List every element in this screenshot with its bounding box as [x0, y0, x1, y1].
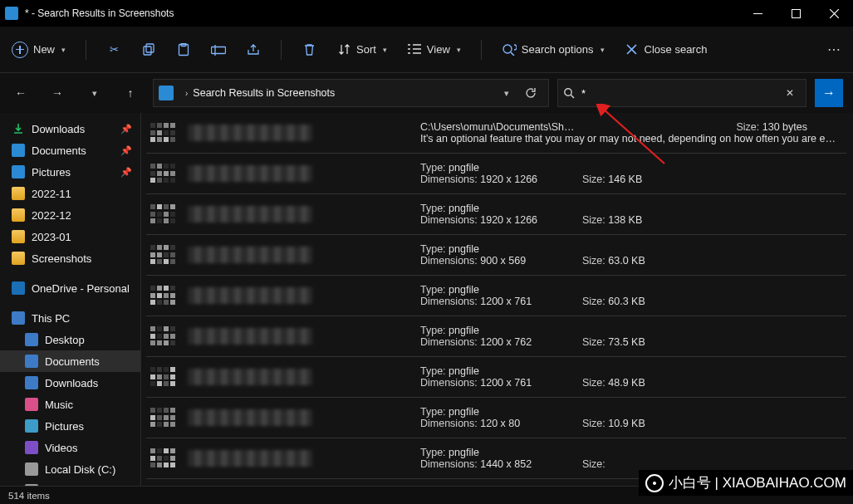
svg-rect-3	[146, 44, 154, 52]
type-label: Type:	[420, 162, 449, 174]
nav-item[interactable]: Documents	[0, 350, 140, 372]
search-go-button[interactable]: →	[815, 79, 843, 107]
up-button[interactable]: ↑	[116, 79, 145, 107]
nav-item[interactable]: 2022-11	[0, 183, 140, 204]
file-thumbnail	[150, 325, 179, 347]
nav-label: 2023-01	[32, 231, 71, 243]
recent-button[interactable]: ▾	[80, 79, 108, 107]
file-size: 63.0 KB	[608, 255, 645, 267]
file-type: pngfile	[449, 203, 479, 214]
delete-button[interactable]	[301, 42, 316, 57]
result-item[interactable]: Type: pngfile Dimensions: 1200 x 761Size…	[146, 357, 846, 398]
file-thumbnail	[150, 448, 179, 469]
nav-icon	[25, 484, 38, 486]
size-label: Size:	[582, 214, 608, 226]
file-name-blurred	[188, 206, 312, 223]
clear-search-button[interactable]: ✕	[779, 82, 801, 104]
close-search-button[interactable]: Close search	[625, 42, 708, 57]
file-dims: 900 x 569	[480, 255, 526, 267]
search-options-label: Search options	[522, 43, 594, 56]
search-icon	[563, 87, 575, 99]
nav-onedrive[interactable]: OneDrive - Personal	[0, 277, 140, 299]
nav-item[interactable]: Local Disk (C:)	[0, 458, 140, 480]
new-button[interactable]: New▾	[12, 42, 66, 58]
file-name-blurred	[188, 287, 312, 304]
cut-button[interactable]: ✂	[106, 42, 121, 57]
result-item[interactable]: Type: pngfile Dimensions: 1200 x 762Size…	[146, 316, 846, 357]
file-path: C:\Users\omuru\Documents\Sh…	[420, 121, 574, 133]
view-button[interactable]: View▾	[407, 42, 461, 57]
result-item[interactable]: Type: pngfile Dimensions: 120 x 80Size: …	[146, 398, 846, 438]
file-name-blurred	[188, 328, 312, 345]
svg-line-11	[571, 95, 574, 98]
search-box[interactable]: ✕	[557, 79, 806, 107]
search-options-button[interactable]: Search options▾	[502, 42, 605, 57]
nav-item[interactable]: Screenshots	[0, 247, 140, 269]
result-item[interactable]: Type: pngfile Dimensions: 1920 x 1266Siz…	[146, 154, 846, 194]
nav-item[interactable]: Music	[0, 394, 140, 415]
file-size: 146 KB	[608, 174, 642, 185]
copy-button[interactable]	[141, 42, 156, 57]
more-button[interactable]: ⋯	[827, 42, 841, 57]
rename-button[interactable]	[211, 42, 226, 57]
nav-item[interactable]: Downloads	[0, 372, 140, 394]
sort-button[interactable]: Sort▾	[336, 42, 387, 57]
file-dims: 120 x 80	[480, 418, 520, 429]
close-x-icon	[625, 42, 640, 57]
type-label: Type:	[420, 243, 449, 255]
nav-icon	[12, 230, 25, 243]
nav-item[interactable]: 2022-12	[0, 204, 140, 226]
close-button[interactable]	[815, 0, 853, 27]
nav-item[interactable]: Desktop	[0, 329, 140, 350]
nav-icon	[12, 165, 25, 179]
file-size: 73.5 KB	[608, 336, 645, 348]
minimize-button[interactable]	[738, 0, 777, 27]
file-name-blurred	[188, 369, 312, 385]
file-name-blurred	[188, 409, 312, 426]
refresh-button[interactable]	[518, 81, 543, 105]
nav-icon	[25, 376, 38, 389]
file-name-blurred	[188, 247, 312, 263]
type-label: Type:	[420, 406, 449, 418]
clipboard-icon	[176, 42, 191, 57]
result-item[interactable]: C:\Users\omuru\Documents\Sh…Size: 130 by…	[146, 113, 846, 154]
file-size: 48.9 KB	[608, 377, 645, 389]
nav-item[interactable]: Downloads📌	[0, 118, 140, 139]
nav-item[interactable]: 2023-01	[0, 226, 140, 247]
result-item[interactable]: Type: pngfile Dimensions: 1200 x 761Size…	[146, 276, 846, 316]
nav-item[interactable]: Videos	[0, 437, 140, 458]
file-name-blurred	[188, 125, 312, 141]
rename-icon	[211, 42, 226, 57]
separator	[281, 40, 282, 60]
address-row: ← → ▾ ↑ › Search Results in Screenshots …	[0, 73, 853, 113]
search-input[interactable]	[581, 87, 779, 100]
nav-item[interactable]: Pictures	[0, 415, 140, 437]
search-options-icon	[502, 42, 517, 57]
nav-label: Pictures	[45, 420, 84, 433]
result-item[interactable]: Type: pngfile Dimensions: 1920 x 1266Siz…	[146, 194, 846, 235]
paste-button[interactable]	[176, 42, 191, 57]
forward-button[interactable]: →	[43, 79, 71, 107]
file-dims: 1200 x 761	[480, 296, 532, 307]
file-thumbnail	[150, 203, 179, 225]
nav-this-pc[interactable]: This PC	[0, 307, 140, 329]
result-item[interactable]: Type: pngfile Dimensions: 900 x 569Size:…	[146, 235, 846, 276]
share-button[interactable]	[246, 42, 261, 57]
file-type: pngfile	[449, 365, 479, 377]
separator	[86, 40, 86, 60]
breadcrumb[interactable]: Search Results in Screenshots	[193, 87, 335, 99]
file-thumbnail	[150, 163, 179, 184]
nav-item[interactable]: Documents📌	[0, 139, 140, 161]
file-name-blurred	[188, 450, 312, 467]
address-dropdown[interactable]: ▾	[493, 81, 518, 105]
address-bar[interactable]: › Search Results in Screenshots ▾	[153, 79, 549, 107]
back-button[interactable]: ←	[7, 79, 35, 107]
maximize-button[interactable]	[777, 0, 815, 27]
nav-item[interactable]: Pictures📌	[0, 161, 140, 183]
nav-label: 2022-12	[32, 209, 71, 222]
new-label: New	[33, 43, 55, 56]
nav-icon	[25, 419, 38, 433]
nav-item[interactable]: New Volume (D:)	[0, 480, 140, 486]
nav-label: New Volume (D:)	[45, 485, 126, 487]
results-list[interactable]: C:\Users\omuru\Documents\Sh…Size: 130 by…	[141, 113, 853, 486]
